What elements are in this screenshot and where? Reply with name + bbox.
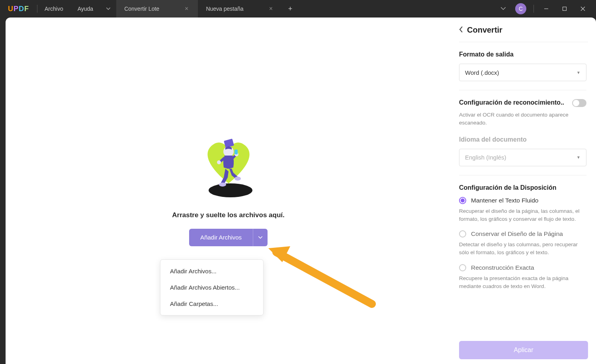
titlebar: UPDF Archivo Ayuda Convertir Lote × Nuev…: [0, 0, 596, 18]
output-format-value: Word (.docx): [465, 69, 499, 76]
tab-add-button[interactable]: +: [282, 5, 298, 13]
layout-config-label: Configuración de la Disposición: [459, 184, 586, 191]
divider: [533, 5, 534, 13]
divider: [459, 90, 586, 90]
svg-point-9: [219, 183, 226, 187]
app-logo: UPDF: [0, 5, 37, 13]
dropdown-add-folders[interactable]: Añadir Carpetas...: [160, 296, 263, 312]
ocr-help-text: Activar el OCR cuando el documento apare…: [459, 111, 586, 127]
ocr-config-label: Configuración de reconocimiento..: [459, 99, 568, 106]
user-avatar[interactable]: C: [515, 3, 526, 14]
tab-close-icon[interactable]: ×: [268, 5, 274, 12]
doc-language-select[interactable]: English (Inglés) ▼: [459, 149, 586, 166]
tab-convert-batch[interactable]: Convertir Lote ×: [116, 0, 198, 18]
add-files-button-group: Añadir Archivos: [189, 229, 268, 246]
dropdown-add-open-files[interactable]: Añadir Archivos Abiertos...: [160, 279, 263, 296]
drop-instruction-text: Arrastre y suelte los archivos aquí.: [172, 211, 285, 219]
close-button[interactable]: [574, 2, 592, 15]
ocr-toggle[interactable]: [572, 99, 586, 107]
output-format-select[interactable]: Word (.docx) ▼: [459, 64, 586, 81]
radio-flowing-text-label: Mantener el Texto Fluido: [471, 197, 538, 204]
radio-preserve-layout[interactable]: [459, 230, 466, 237]
back-button[interactable]: [459, 26, 463, 34]
maximize-button[interactable]: [555, 2, 574, 15]
main-drop-area[interactable]: Arrastre y suelte los archivos aquí. Aña…: [6, 18, 451, 364]
dropdown-add-files[interactable]: Añadir Archivos...: [160, 263, 263, 279]
menu-help[interactable]: Ayuda: [70, 6, 100, 12]
chevron-down-icon: ▼: [576, 155, 580, 160]
svg-rect-1: [563, 7, 567, 11]
illustration: [193, 136, 264, 199]
menu-file[interactable]: Archivo: [37, 6, 70, 12]
tab-list-dropdown[interactable]: [100, 0, 116, 18]
radio-flowing-text[interactable]: [459, 197, 466, 204]
annotation-arrow: [260, 240, 380, 312]
tab-row: Convertir Lote × Nueva pestaña × +: [100, 0, 495, 18]
radio-preserve-layout-help: Detectar el diseño y las columnas, pero …: [459, 241, 586, 257]
sidebar-header: Convertir: [459, 25, 588, 42]
sidebar-title: Convertir: [467, 25, 502, 35]
tab-label: Convertir Lote: [124, 6, 159, 12]
svg-rect-8: [234, 150, 238, 154]
tab-close-icon[interactable]: ×: [183, 5, 190, 12]
add-files-dropdown-caret[interactable]: [253, 229, 268, 246]
radio-exact-reconstruction-label: Reconstrucción Exacta: [471, 264, 534, 271]
tab-label: Nueva pestaña: [206, 6, 243, 12]
doc-language-value: English (Inglés): [465, 154, 506, 161]
minimize-button[interactable]: [537, 2, 555, 15]
svg-point-10: [234, 177, 241, 181]
output-format-label: Formato de salida: [459, 51, 586, 58]
radio-exact-reconstruction[interactable]: [459, 264, 466, 271]
doc-language-label: Idioma del documento: [459, 136, 586, 143]
radio-flowing-text-help: Recuperar el diseño de la página, las co…: [459, 207, 586, 224]
divider: [459, 175, 586, 175]
convert-sidebar: Convertir Formato de salida Word (.docx)…: [451, 18, 596, 364]
apply-button[interactable]: Aplicar: [459, 341, 588, 359]
add-files-button[interactable]: Añadir Archivos: [189, 229, 253, 246]
window-controls: [537, 2, 596, 15]
chevron-down-icon: ▼: [576, 70, 580, 75]
tab-new[interactable]: Nueva pestaña ×: [198, 0, 282, 18]
add-files-dropdown-menu: Añadir Archivos... Añadir Archivos Abier…: [160, 259, 264, 315]
svg-point-6: [217, 160, 221, 164]
history-dropdown[interactable]: [495, 7, 511, 10]
radio-preserve-layout-label: Conservar el Diseño de la Página: [471, 230, 563, 237]
toggle-knob: [573, 100, 579, 106]
radio-exact-reconstruction-help: Recupere la presentación exacta de la pá…: [459, 274, 586, 291]
